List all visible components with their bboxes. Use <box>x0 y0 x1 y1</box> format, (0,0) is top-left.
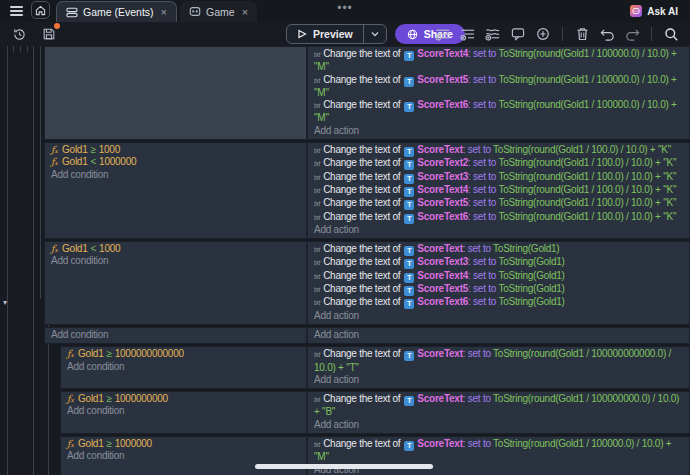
action-row[interactable]: txtChange the text ofTScoreText5: set to… <box>314 197 683 210</box>
event-block[interactable]: txtChange the text ofTScoreText4: set to… <box>44 46 690 140</box>
conditions-cell[interactable]: ƒₓGold1<1000 Add condition <box>45 242 308 324</box>
add-condition-link[interactable]: Add condition <box>67 450 300 462</box>
condition-operator: < <box>90 156 96 167</box>
actions-cell[interactable]: Add action <box>308 328 689 343</box>
text-action-icon: txt <box>314 259 320 266</box>
editor-tabs: Game (Events) × Game × <box>56 1 257 22</box>
action-row[interactable]: txtChange the text ofTScoreText3: set to… <box>314 171 683 184</box>
trash-icon[interactable] <box>573 25 591 43</box>
event-sheet-icon <box>66 7 78 18</box>
home-icon <box>35 5 46 16</box>
action-object: ScoreText3 <box>417 256 468 267</box>
text-action-icon: txt <box>314 102 320 109</box>
action-row[interactable]: txtChange the text ofTScoreText6: set to… <box>314 211 683 224</box>
globe-icon <box>407 29 418 40</box>
text-object-icon: T <box>404 102 414 112</box>
text-action-icon: txt <box>314 160 320 167</box>
event-block[interactable]: ƒₓGold1<1000 Add condition txtChange the… <box>44 241 690 325</box>
condition-row[interactable]: ƒₓGold1≥1000000 <box>67 438 300 450</box>
action-object: ScoreText5 <box>417 197 468 208</box>
action-row[interactable]: txtChange the text ofTScoreText: set to … <box>314 348 683 374</box>
conditions-cell[interactable]: ƒₓGold1≥1000000000000 Add condition <box>61 347 308 388</box>
action-row[interactable]: txtChange the text ofTScoreText4: set to… <box>314 184 683 197</box>
add-action-link[interactable]: Add action <box>314 329 683 341</box>
add-action-link[interactable]: Add action <box>314 419 683 431</box>
close-icon[interactable]: × <box>242 6 248 18</box>
action-row[interactable]: txtChange the text ofTScoreText: set to … <box>314 144 683 157</box>
ask-ai-button[interactable]: Ask AI <box>626 3 682 19</box>
action-row[interactable]: txtChange the text ofTScoreText: set to … <box>314 438 683 464</box>
conditions-cell[interactable]: ƒₓGold1≥1000000 Add condition <box>61 437 308 475</box>
actions-cell[interactable]: txtChange the text ofTScoreText: set to … <box>308 143 689 238</box>
add-condition-link[interactable]: Add condition <box>51 169 300 181</box>
event-block[interactable]: ƒₓGold1≥1000 ƒₓGold1<1000000 Add conditi… <box>44 142 690 239</box>
share-button[interactable]: Share <box>395 24 465 44</box>
choose-event-icon[interactable] <box>484 25 502 43</box>
redo-icon[interactable] <box>623 25 641 43</box>
sub-event-block[interactable]: ƒₓGold1≥1000000000000 Add condition txtC… <box>60 346 690 389</box>
actions-cell[interactable]: txtChange the text ofTScoreText: set to … <box>308 437 689 475</box>
conditions-cell[interactable]: ƒₓGold1≥1000000000 Add condition <box>61 392 308 433</box>
menu-icon[interactable] <box>8 0 25 22</box>
home-button[interactable] <box>31 1 50 19</box>
add-subevent-icon[interactable] <box>459 25 477 43</box>
action-row[interactable]: txtChange the text ofTScoreText5: set to… <box>314 283 683 296</box>
action-object: ScoreText <box>417 348 462 359</box>
action-row[interactable]: txtChange the text ofTScoreText4: set to… <box>314 270 683 283</box>
preview-button[interactable]: Preview <box>286 24 387 44</box>
save-icon[interactable] <box>40 25 58 43</box>
undo-icon[interactable] <box>598 25 616 43</box>
close-icon[interactable]: × <box>161 6 167 18</box>
actions-cell[interactable]: txtChange the text ofTScoreText: set to … <box>308 242 689 324</box>
add-condition-link[interactable]: Add condition <box>67 405 300 417</box>
action-row[interactable]: txtChange the text ofTScoreText3: set to… <box>314 256 683 269</box>
add-condition-link[interactable]: Add condition <box>51 329 300 341</box>
conditions-cell[interactable]: Add condition <box>45 328 308 343</box>
add-condition-link[interactable]: Add condition <box>51 255 300 267</box>
horizontal-scrollbar[interactable] <box>255 464 433 469</box>
action-sentence: Change the text of <box>323 243 400 254</box>
text-action-icon: txt <box>314 187 320 194</box>
circle-plus-icon[interactable] <box>534 25 552 43</box>
actions-cell[interactable]: txtChange the text ofTScoreText: set to … <box>308 347 689 388</box>
event-block[interactable]: Add condition Add action <box>44 327 690 344</box>
preview-dropdown[interactable] <box>363 25 386 43</box>
conditions-cell[interactable] <box>45 47 308 139</box>
history-icon[interactable] <box>10 25 28 43</box>
action-row[interactable]: txtChange the text ofTScoreText6: set to… <box>314 99 683 125</box>
window-dots: ••• <box>337 1 353 15</box>
action-row[interactable]: txtChange the text ofTScoreText5: set to… <box>314 74 683 100</box>
condition-row[interactable]: ƒₓGold1≥1000000000000 <box>67 348 300 360</box>
tab-game-events[interactable]: Game (Events) × <box>56 1 177 22</box>
actions-cell[interactable]: txtChange the text ofTScoreText4: set to… <box>308 47 689 139</box>
text-object-icon: T <box>404 200 414 210</box>
add-action-link[interactable]: Add action <box>314 310 683 322</box>
sub-event-block[interactable]: ƒₓGold1≥1000000 Add condition txtChange … <box>60 436 690 475</box>
action-lines: txtChange the text ofTScoreText: set to … <box>314 438 683 464</box>
action-row[interactable]: txtChange the text ofTScoreText4: set to… <box>314 48 683 74</box>
action-set-to: : set to <box>468 99 498 110</box>
action-row[interactable]: txtChange the text ofTScoreText: set to … <box>314 243 683 256</box>
add-action-link[interactable]: Add action <box>314 374 683 386</box>
add-event-icon[interactable] <box>434 25 452 43</box>
sub-event-block[interactable]: ƒₓGold1≥1000000000 Add condition txtChan… <box>60 391 690 434</box>
search-icon[interactable] <box>662 25 680 43</box>
action-row[interactable]: txtChange the text ofTScoreText6: set to… <box>314 296 683 309</box>
condition-row[interactable]: ƒₓGold1≥1000 <box>51 144 300 156</box>
add-condition-link[interactable]: Add condition <box>67 361 300 373</box>
add-comment-icon[interactable] <box>509 25 527 43</box>
condition-row[interactable]: ƒₓGold1<1000 <box>51 243 300 255</box>
condition-operator: ≥ <box>106 438 111 449</box>
tab-game-scene[interactable]: Game × <box>180 1 257 22</box>
add-action-link[interactable]: Add action <box>314 125 683 137</box>
unsaved-changes-badge <box>54 23 60 29</box>
conditions-cell[interactable]: ƒₓGold1≥1000 ƒₓGold1<1000000 Add conditi… <box>45 143 308 238</box>
action-row[interactable]: txtChange the text ofTScoreText: set to … <box>314 393 683 419</box>
condition-row[interactable]: ƒₓGold1<1000000 <box>51 156 300 168</box>
condition-row[interactable]: ƒₓGold1≥1000000000 <box>67 393 300 405</box>
action-row[interactable]: txtChange the text ofTScoreText2: set to… <box>314 157 683 170</box>
actions-cell[interactable]: txtChange the text ofTScoreText: set to … <box>308 392 689 433</box>
text-object-icon: T <box>404 259 414 269</box>
ai-robot-icon <box>630 5 642 17</box>
add-action-link[interactable]: Add action <box>314 224 683 236</box>
